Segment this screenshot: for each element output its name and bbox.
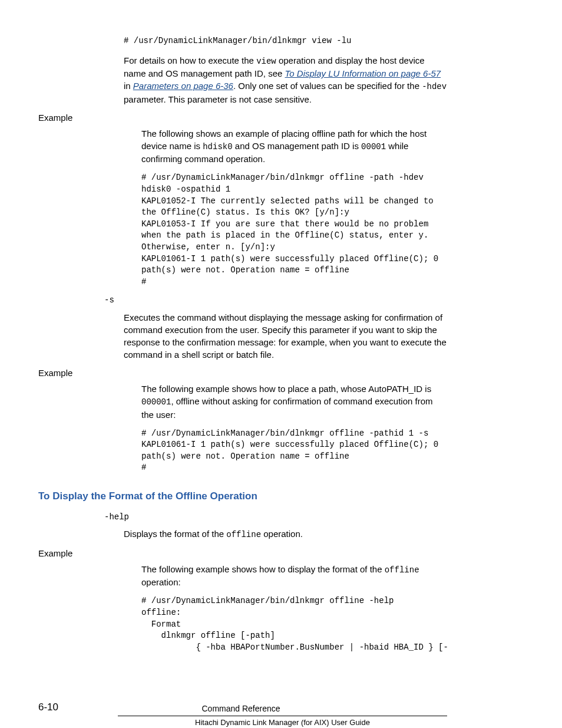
section-heading: To Display the Format of the Offline Ope… xyxy=(38,489,447,503)
footer-title: Command Reference xyxy=(201,703,280,715)
code-block: # /usr/DynamicLinkManager/bin/dlnkmgr of… xyxy=(141,428,447,474)
code-block: # /usr/DynamicLinkManager/bin/dlnkmgr of… xyxy=(141,172,447,288)
text: and OS management path ID is xyxy=(233,141,361,151)
inline-code: 000001 xyxy=(141,397,171,407)
text: The following example shows how to place… xyxy=(141,384,431,394)
text: parameter. This parameter is not case se… xyxy=(124,94,312,104)
link-lu-info[interactable]: To Display LU Information on page 6-57 xyxy=(285,68,441,78)
inline-code: -hdev xyxy=(422,82,447,91)
code-block: # /usr/DynamicLinkManager/bin/dlnkmgr of… xyxy=(141,595,447,653)
footer-rule xyxy=(118,716,447,716)
param-s-description: Executes the command without displaying … xyxy=(124,311,447,361)
example-heading: Example xyxy=(38,367,447,379)
text: The following example shows how to displ… xyxy=(141,564,385,574)
inline-code: offline xyxy=(385,565,419,575)
text: For details on how to execute the xyxy=(124,55,256,65)
inline-code: offline xyxy=(226,530,261,539)
example-description: The following shows an example of placin… xyxy=(141,127,447,166)
example-heading: Example xyxy=(38,111,447,124)
text: operation: xyxy=(141,577,181,587)
page-footer: 6-10 Command Reference Hitachi Dynamic L… xyxy=(38,700,447,728)
example-description: The following example shows how to displ… xyxy=(141,563,447,589)
example-description: The following example shows how to place… xyxy=(141,383,447,421)
footer-subtitle: Hitachi Dynamic Link Manager (for AIX) U… xyxy=(118,717,447,728)
paragraph: For details on how to execute the view o… xyxy=(124,54,447,106)
text: . Only one set of values can be specifie… xyxy=(233,81,422,91)
text: operation. xyxy=(261,529,303,539)
example-heading: Example xyxy=(38,547,447,559)
text: , offline without asking for confirmatio… xyxy=(141,396,433,420)
page-number: 6-10 xyxy=(38,700,58,714)
param-s: -s xyxy=(104,295,447,307)
inline-code: view xyxy=(256,57,276,66)
param-help-description: Displays the format of the offline opera… xyxy=(124,528,447,541)
param-help: -help xyxy=(104,512,447,523)
command-line: # /usr/DynamicLinkManager/bin/dlnkmgr vi… xyxy=(124,35,447,47)
text: in xyxy=(124,81,133,91)
link-parameters[interactable]: Parameters on page 6-36 xyxy=(133,81,233,91)
text: Displays the format of the xyxy=(124,529,226,539)
inline-code: 00001 xyxy=(361,142,386,151)
inline-code: hdisk0 xyxy=(203,142,232,151)
